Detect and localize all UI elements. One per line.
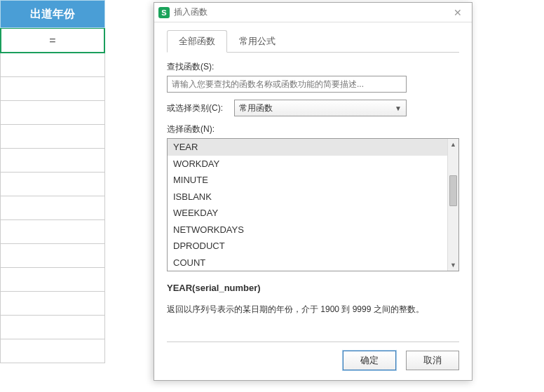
function-description-box: YEAR(serial_number) 返回以序列号表示的某日期的年份，介于 1… — [167, 283, 459, 339]
empty-cell[interactable] — [0, 53, 105, 77]
button-row: 确定 取消 — [167, 351, 459, 370]
app-icon — [158, 7, 170, 18]
dialog-body: 全部函数 常用公式 查找函数(S): 或选择类别(C): 常用函数 ▼ 选择函数… — [154, 22, 472, 380]
empty-cell[interactable] — [0, 101, 105, 125]
function-item-minute[interactable]: MINUTE — [168, 172, 447, 189]
search-label: 查找函数(S): — [167, 61, 459, 73]
function-item-count[interactable]: COUNT — [168, 255, 447, 271]
titlebar[interactable]: 插入函数 ✕ — [154, 3, 472, 22]
function-list-label: 选择函数(N): — [167, 123, 459, 135]
tab-common-formulas[interactable]: 常用公式 — [227, 30, 287, 53]
column-header: 出道年份 — [0, 0, 105, 28]
empty-cell[interactable] — [0, 316, 105, 339]
separator — [167, 342, 459, 342]
chevron-down-icon: ▼ — [395, 104, 402, 112]
function-item-weekday[interactable]: WEEKDAY — [168, 205, 447, 222]
scroll-track[interactable] — [448, 150, 458, 259]
empty-cell[interactable] — [0, 339, 105, 363]
spreadsheet-column: 出道年份 = — [0, 0, 105, 363]
function-listbox[interactable]: YEAR WORKDAY MINUTE ISBLANK WEEKDAY NETW… — [167, 138, 459, 271]
function-description: 返回以序列号表示的某日期的年份，介于 1900 到 9999 之间的整数。 — [167, 303, 459, 316]
function-item-dproduct[interactable]: DPRODUCT — [168, 238, 447, 255]
ok-button[interactable]: 确定 — [343, 351, 396, 370]
category-label: 或选择类别(C): — [167, 102, 234, 114]
scroll-down-icon[interactable]: ▼ — [448, 259, 458, 271]
empty-cell[interactable] — [0, 220, 105, 244]
empty-cell[interactable] — [0, 244, 105, 268]
search-input[interactable] — [167, 76, 407, 93]
category-row: 或选择类别(C): 常用函数 ▼ — [167, 100, 459, 116]
empty-cell[interactable] — [0, 173, 105, 196]
dialog-title: 插入函数 — [174, 6, 448, 18]
close-button[interactable]: ✕ — [448, 5, 468, 20]
cancel-button[interactable]: 取消 — [406, 351, 459, 370]
function-item-networkdays[interactable]: NETWORKDAYS — [168, 222, 447, 238]
scroll-thumb[interactable] — [449, 175, 457, 206]
tab-all-functions[interactable]: 全部函数 — [167, 30, 227, 53]
function-item-isblank[interactable]: ISBLANK — [168, 189, 447, 205]
insert-function-dialog: 插入函数 ✕ 全部函数 常用公式 查找函数(S): 或选择类别(C): 常用函数… — [154, 2, 472, 381]
formula-cell[interactable]: = — [0, 28, 105, 53]
close-icon: ✕ — [454, 7, 462, 18]
function-syntax: YEAR(serial_number) — [167, 283, 459, 293]
function-item-year[interactable]: YEAR — [168, 139, 447, 156]
empty-cell[interactable] — [0, 149, 105, 173]
category-select[interactable]: 常用函数 ▼ — [234, 100, 407, 116]
category-value: 常用函数 — [239, 102, 273, 114]
function-item-workday[interactable]: WORKDAY — [168, 156, 447, 173]
empty-cell[interactable] — [0, 125, 105, 149]
empty-cell[interactable] — [0, 77, 105, 101]
scroll-up-icon[interactable]: ▲ — [448, 139, 458, 150]
empty-cell[interactable] — [0, 196, 105, 220]
function-list-items: YEAR WORKDAY MINUTE ISBLANK WEEKDAY NETW… — [168, 139, 447, 271]
scrollbar[interactable]: ▲ ▼ — [447, 139, 458, 271]
empty-cell[interactable] — [0, 292, 105, 316]
empty-cell[interactable] — [0, 268, 105, 292]
tab-bar: 全部函数 常用公式 — [167, 29, 459, 53]
